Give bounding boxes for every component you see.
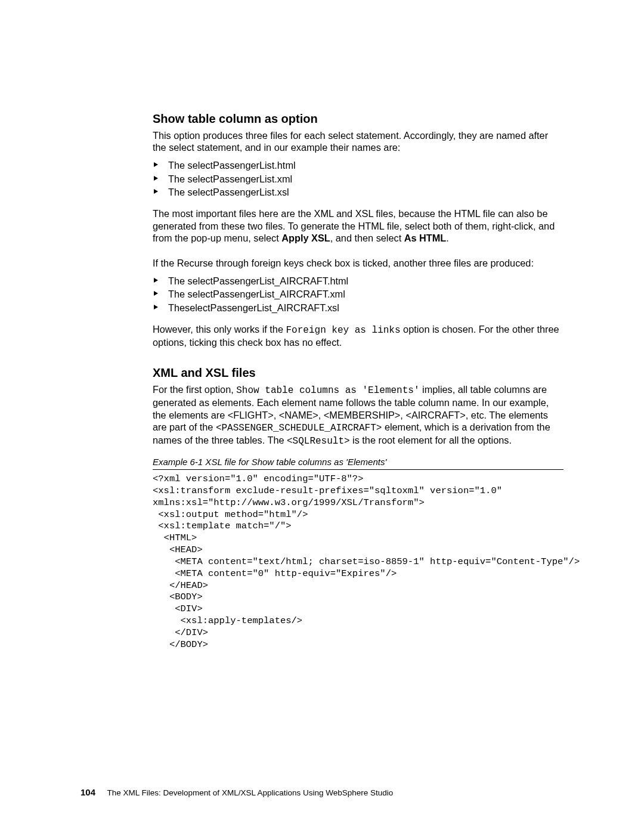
code-block: <?xml version="1.0" encoding="UTF-8"?> <… — [153, 473, 564, 651]
page-footer: 104 The XML Files: Development of XML/XS… — [80, 787, 393, 797]
paragraph: The most important files here are the XM… — [153, 208, 564, 244]
page-content: Show table column as option This option … — [0, 0, 644, 651]
section-heading-show-table: Show table column as option — [153, 112, 564, 126]
page-number: 104 — [80, 787, 95, 797]
example-caption: Example 6-1 XSL file for Show table colu… — [153, 457, 564, 467]
paragraph: This option produces three files for eac… — [153, 129, 564, 154]
paragraph: For the first option, Show table columns… — [153, 383, 564, 447]
footer-text: The XML Files: Development of XML/XSL Ap… — [107, 788, 394, 797]
section-heading-xml-xsl: XML and XSL files — [153, 366, 564, 380]
list-item: The selectPassengerList_AIRCRAFT.html — [153, 274, 564, 288]
paragraph: If the Recurse through foreign keys chec… — [153, 257, 564, 269]
caption-rule — [153, 469, 564, 470]
list-item: The selectPassengerList.xml — [153, 172, 564, 186]
list-item: The selectPassengerList.xsl — [153, 185, 564, 199]
paragraph: However, this only works if the Foreign … — [153, 323, 564, 348]
bullet-list-2: The selectPassengerList_AIRCRAFT.html Th… — [153, 274, 564, 315]
list-item: The selectPassengerList_AIRCRAFT.xml — [153, 287, 564, 301]
bullet-list-1: The selectPassengerList.html The selectP… — [153, 159, 564, 199]
list-item: TheselectPassengerList_AIRCRAFT.xsl — [153, 301, 564, 315]
list-item: The selectPassengerList.html — [153, 159, 564, 172]
